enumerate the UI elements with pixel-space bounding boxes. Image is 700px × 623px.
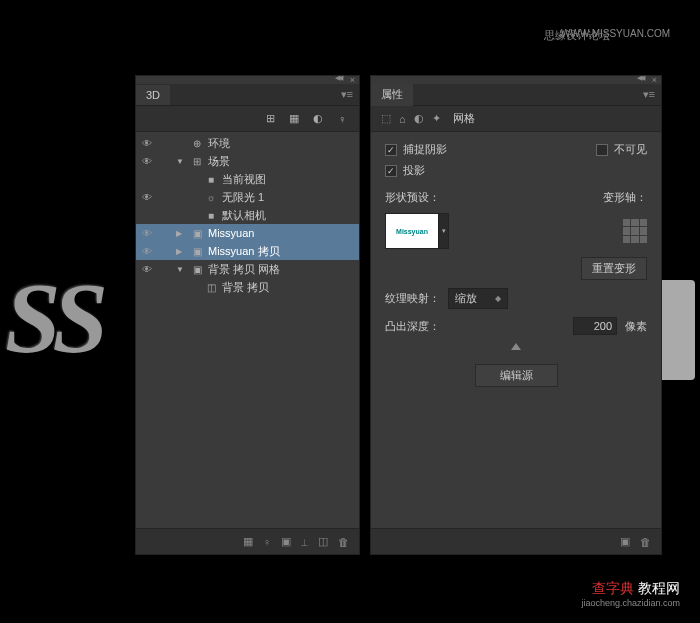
material-icon: ◫ bbox=[204, 282, 218, 293]
tree-row[interactable]: 👁☼无限光 1 bbox=[136, 188, 359, 206]
background-3d-text: SS bbox=[5, 260, 100, 375]
globe-icon: ⊕ bbox=[190, 138, 204, 149]
extrude-slider[interactable] bbox=[385, 343, 647, 350]
label-shape-preset: 形状预设： bbox=[385, 190, 440, 205]
extrude-depth-input[interactable]: 200 bbox=[573, 317, 617, 335]
panel-props-footer: ▣ 🗑 bbox=[371, 528, 661, 554]
watermark-forum: 思缘设计论坛 bbox=[544, 28, 610, 43]
checkbox-cast-shadow[interactable]: ✓ bbox=[385, 165, 397, 177]
visibility-eye-icon[interactable]: 👁 bbox=[140, 264, 154, 275]
scene-tree: 👁⊕环境👁▼⊞场景👁■当前视图👁☼无限光 1👁■默认相机👁▶▣Missyuan👁… bbox=[136, 132, 359, 298]
tree-row[interactable]: 👁■当前视图 bbox=[136, 170, 359, 188]
panel-tabs: 属性 ▾≡ bbox=[371, 84, 661, 106]
footer-new-icon[interactable]: ◫ bbox=[318, 535, 328, 548]
tree-node-label: 默认相机 bbox=[222, 208, 266, 223]
slider-thumb-icon[interactable] bbox=[511, 343, 521, 350]
visibility-eye-icon[interactable]: 👁 bbox=[140, 246, 154, 257]
shape-preset-dropdown-icon[interactable]: ▾ bbox=[439, 213, 449, 249]
tab-3d[interactable]: 3D bbox=[136, 85, 170, 105]
mode-cap-icon[interactable]: ◐ bbox=[414, 112, 424, 125]
tree-row[interactable]: 👁▶▣Missyuan 拷贝 bbox=[136, 242, 359, 260]
expand-arrow-icon[interactable]: ▼ bbox=[176, 157, 186, 166]
footer-render-icon[interactable]: ▣ bbox=[281, 535, 291, 548]
visibility-eye-icon[interactable]: 👁 bbox=[140, 228, 154, 239]
tab-properties[interactable]: 属性 bbox=[371, 83, 413, 106]
footer-trash-icon[interactable]: 🗑 bbox=[338, 536, 349, 548]
label-cast-shadow: 投影 bbox=[403, 163, 425, 178]
mode-deform-icon[interactable]: ⌂ bbox=[399, 113, 406, 125]
label-texture-map: 纹理映射： bbox=[385, 291, 440, 306]
tree-node-label: Missyuan bbox=[208, 227, 254, 239]
shape-preset-thumbnail[interactable]: Missyuan bbox=[385, 213, 439, 249]
panel-3d-footer: ▦ ♀ ▣ ⟂ ◫ 🗑 bbox=[136, 528, 359, 554]
tree-row[interactable]: 👁▶▣Missyuan bbox=[136, 224, 359, 242]
mode-label: 网格 bbox=[453, 111, 475, 126]
tree-row[interactable]: 👁▼⊞场景 bbox=[136, 152, 359, 170]
tree-row[interactable]: 👁⊕环境 bbox=[136, 134, 359, 152]
footer-mesh-icon[interactable]: ▦ bbox=[243, 535, 253, 548]
label-invisible: 不可见 bbox=[614, 142, 647, 157]
camera-icon: ■ bbox=[204, 210, 218, 221]
panel-menu-icon[interactable]: ▾≡ bbox=[643, 88, 655, 101]
visibility-eye-icon[interactable]: 👁 bbox=[140, 138, 154, 149]
light-icon: ☼ bbox=[204, 192, 218, 203]
tree-node-label: 环境 bbox=[208, 136, 230, 151]
tree-node-label: 当前视图 bbox=[222, 172, 266, 187]
mesh-icon: ▣ bbox=[190, 246, 204, 257]
footer-trash-icon[interactable]: 🗑 bbox=[640, 536, 651, 548]
filter-light-icon[interactable]: ♀ bbox=[335, 112, 349, 126]
watermark-bottom: 查字典 教程网 jiaocheng.chazidian.com bbox=[581, 580, 680, 608]
footer-ground-icon[interactable]: ⟂ bbox=[301, 536, 308, 548]
camera-icon: ■ bbox=[204, 174, 218, 185]
expand-arrow-icon[interactable]: ▶ bbox=[176, 247, 186, 256]
tree-row[interactable]: 👁■默认相机 bbox=[136, 206, 359, 224]
checkbox-invisible[interactable] bbox=[596, 144, 608, 156]
visibility-eye-icon[interactable]: 👁 bbox=[140, 156, 154, 167]
footer-light-icon[interactable]: ♀ bbox=[263, 536, 271, 548]
tree-node-label: 背景 拷贝 网格 bbox=[208, 262, 280, 277]
filter-mesh-icon[interactable]: ▦ bbox=[287, 112, 301, 126]
mesh-icon: ▣ bbox=[190, 228, 204, 239]
tree-node-label: 场景 bbox=[208, 154, 230, 169]
panel-drag-bar[interactable]: × bbox=[136, 76, 359, 84]
mode-mesh-icon[interactable]: ⬚ bbox=[381, 112, 391, 125]
tree-node-label: Missyuan 拷贝 bbox=[208, 244, 280, 259]
visibility-eye-icon[interactable]: 👁 bbox=[140, 192, 154, 203]
mesh-icon: ▣ bbox=[190, 264, 204, 275]
filter-material-icon[interactable]: ◐ bbox=[311, 112, 325, 126]
tree-node-label: 无限光 1 bbox=[222, 190, 264, 205]
expand-arrow-icon[interactable]: ▶ bbox=[176, 229, 186, 238]
extrude-unit: 像素 bbox=[625, 319, 647, 334]
reset-deform-button[interactable]: 重置变形 bbox=[581, 257, 647, 280]
deform-axis-grid[interactable] bbox=[623, 219, 647, 243]
panel-properties: × 属性 ▾≡ ⬚ ⌂ ◐ ✦ 网格 ✓ 捕捉阴影 不可见 ✓ 投影 形状预设： bbox=[370, 75, 662, 555]
checkbox-catch-shadow[interactable]: ✓ bbox=[385, 144, 397, 156]
panel-drag-bar[interactable]: × bbox=[371, 76, 661, 84]
footer-render-icon[interactable]: ▣ bbox=[620, 535, 630, 548]
label-deform-axis: 变形轴： bbox=[603, 190, 647, 205]
filter-scene-icon[interactable]: ⊞ bbox=[263, 112, 277, 126]
tree-row[interactable]: 👁◫背景 拷贝 bbox=[136, 278, 359, 296]
expand-arrow-icon[interactable]: ▼ bbox=[176, 265, 186, 274]
filter-row: ⊞ ▦ ◐ ♀ bbox=[136, 106, 359, 132]
edit-source-button[interactable]: 编辑源 bbox=[475, 364, 558, 387]
tree-row[interactable]: 👁▼▣背景 拷贝 网格 bbox=[136, 260, 359, 278]
label-extrude-depth: 凸出深度： bbox=[385, 319, 440, 334]
panel-3d: × 3D ▾≡ ⊞ ▦ ◐ ♀ 👁⊕环境👁▼⊞场景👁■当前视图👁☼无限光 1👁■… bbox=[135, 75, 360, 555]
scene-icon: ⊞ bbox=[190, 156, 204, 167]
properties-body: ✓ 捕捉阴影 不可见 ✓ 投影 形状预设： 变形轴： Missyuan ▾ bbox=[371, 132, 661, 405]
properties-mode-row: ⬚ ⌂ ◐ ✦ 网格 bbox=[371, 106, 661, 132]
texture-map-select[interactable]: 缩放◆ bbox=[448, 288, 508, 309]
tree-node-label: 背景 拷贝 bbox=[222, 280, 269, 295]
label-catch-shadow: 捕捉阴影 bbox=[403, 142, 447, 157]
panel-tabs: 3D ▾≡ bbox=[136, 84, 359, 106]
mode-coord-icon[interactable]: ✦ bbox=[432, 112, 441, 125]
panel-menu-icon[interactable]: ▾≡ bbox=[341, 88, 353, 101]
